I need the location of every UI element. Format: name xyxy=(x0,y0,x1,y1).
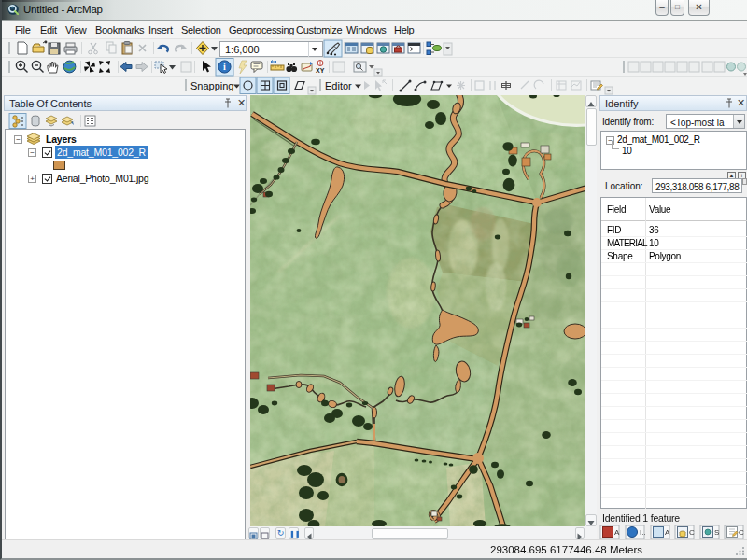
svg-text:Snapping: Snapping xyxy=(190,80,234,91)
svg-text:S: S xyxy=(714,528,719,537)
svg-text:C: C xyxy=(689,528,695,537)
svg-text:Editor: Editor xyxy=(325,80,352,91)
svg-text:A: A xyxy=(665,528,670,537)
svg-text:A: A xyxy=(614,528,620,537)
svg-text:C: C xyxy=(739,528,744,537)
svg-text:i: i xyxy=(223,62,226,72)
svg-text:I..: I.. xyxy=(640,528,646,537)
svg-text:XY: XY xyxy=(316,67,325,74)
